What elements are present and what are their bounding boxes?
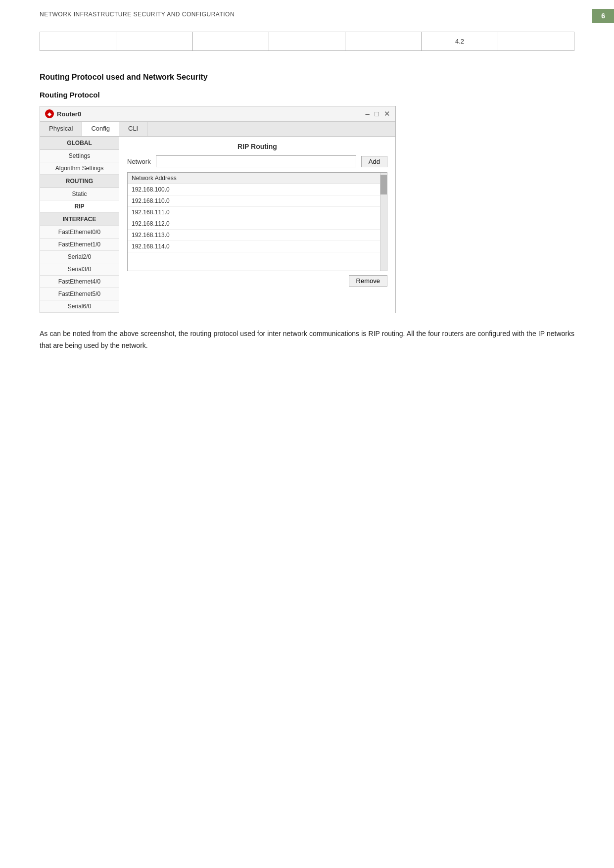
top-table-cell-3 bbox=[269, 32, 345, 51]
address-list-item-2[interactable]: 192.168.111.0 bbox=[128, 207, 387, 218]
sidebar-item-fastethernet1-0[interactable]: FastEthernet1/0 bbox=[40, 239, 119, 251]
minimize-icon[interactable]: – bbox=[366, 109, 370, 118]
sidebar-item-algorithm-settings[interactable]: Algorithm Settings bbox=[40, 162, 119, 175]
rip-panel: RIP Routing Network Add Network Address … bbox=[119, 137, 395, 313]
add-button[interactable]: Add bbox=[361, 156, 387, 167]
sidebar-group-global: GLOBAL bbox=[40, 137, 119, 150]
maximize-icon[interactable]: □ bbox=[375, 109, 379, 118]
sidebar-item-fastethernet4-0[interactable]: FastEthernet4/0 bbox=[40, 276, 119, 288]
sidebar-item-settings[interactable]: Settings bbox=[40, 150, 119, 162]
tab-config[interactable]: Config bbox=[82, 122, 119, 136]
sidebar-item-serial2-0[interactable]: Serial2/0 bbox=[40, 251, 119, 263]
address-list-header: Network Address bbox=[128, 173, 387, 184]
top-table: 4.2 bbox=[40, 32, 574, 51]
document-header: NETWORK INFRASTRUCTURE SECURITY AND CONF… bbox=[0, 0, 614, 18]
router-icon: ◆ bbox=[45, 109, 54, 118]
top-table-cell-2 bbox=[192, 32, 269, 51]
address-list-item-5[interactable]: 192.168.114.0 bbox=[128, 241, 387, 252]
remove-btn-row: Remove bbox=[127, 275, 387, 287]
scrollbar[interactable] bbox=[380, 173, 387, 271]
title-bar-left: ◆ Router0 bbox=[45, 109, 81, 118]
top-table-cell-5: 4.2 bbox=[422, 32, 498, 51]
network-input[interactable] bbox=[156, 155, 356, 167]
body-text: As can be noted from the above screensho… bbox=[40, 328, 574, 352]
sidebar-item-serial3-0[interactable]: Serial3/0 bbox=[40, 263, 119, 276]
router-title: Router0 bbox=[57, 110, 81, 118]
address-list-item-3[interactable]: 192.168.112.0 bbox=[128, 218, 387, 230]
address-list-container: Network Address 192.168.100.0192.168.110… bbox=[127, 172, 387, 271]
remove-button[interactable]: Remove bbox=[349, 275, 387, 287]
top-table-cell-4 bbox=[345, 32, 422, 51]
top-table-cell-1 bbox=[116, 32, 192, 51]
tab-physical[interactable]: Physical bbox=[40, 122, 82, 136]
router-window: ◆ Router0 – □ ✕ Physical Config CLI GLOB… bbox=[40, 106, 396, 313]
window-body: GLOBAL Settings Algorithm Settings ROUTI… bbox=[40, 137, 395, 313]
tab-cli[interactable]: CLI bbox=[119, 122, 147, 136]
title-bar-controls: – □ ✕ bbox=[366, 109, 390, 118]
top-table-cell-0 bbox=[40, 32, 116, 51]
title-bar: ◆ Router0 – □ ✕ bbox=[40, 106, 395, 122]
sidebar: GLOBAL Settings Algorithm Settings ROUTI… bbox=[40, 137, 119, 313]
section-heading: Routing Protocol used and Network Securi… bbox=[40, 73, 574, 82]
scrollbar-thumb bbox=[380, 175, 387, 194]
sidebar-group-interface: INTERFACE bbox=[40, 213, 119, 226]
sidebar-item-fastethernet5-0[interactable]: FastEthernet5/0 bbox=[40, 288, 119, 300]
sidebar-item-fastethernet0-0[interactable]: FastEthernet0/0 bbox=[40, 226, 119, 239]
network-row: Network Add bbox=[127, 155, 387, 167]
sidebar-item-static[interactable]: Static bbox=[40, 188, 119, 200]
sub-heading: Routing Protocol bbox=[40, 91, 574, 99]
address-list-item-0[interactable]: 192.168.100.0 bbox=[128, 184, 387, 195]
page-number: 6 bbox=[592, 9, 614, 23]
tab-bar: Physical Config CLI bbox=[40, 122, 395, 137]
address-list-item-1[interactable]: 192.168.110.0 bbox=[128, 195, 387, 207]
network-label: Network bbox=[127, 158, 151, 165]
rip-title: RIP Routing bbox=[127, 143, 387, 150]
close-icon[interactable]: ✕ bbox=[384, 109, 390, 118]
sidebar-item-serial6-0[interactable]: Serial6/0 bbox=[40, 300, 119, 313]
address-list-item-4[interactable]: 192.168.113.0 bbox=[128, 230, 387, 241]
sidebar-group-routing: ROUTING bbox=[40, 175, 119, 188]
top-table-cell-6 bbox=[498, 32, 574, 51]
sidebar-item-rip[interactable]: RIP bbox=[40, 200, 119, 213]
address-list: 192.168.100.0192.168.110.0192.168.111.01… bbox=[128, 184, 387, 252]
